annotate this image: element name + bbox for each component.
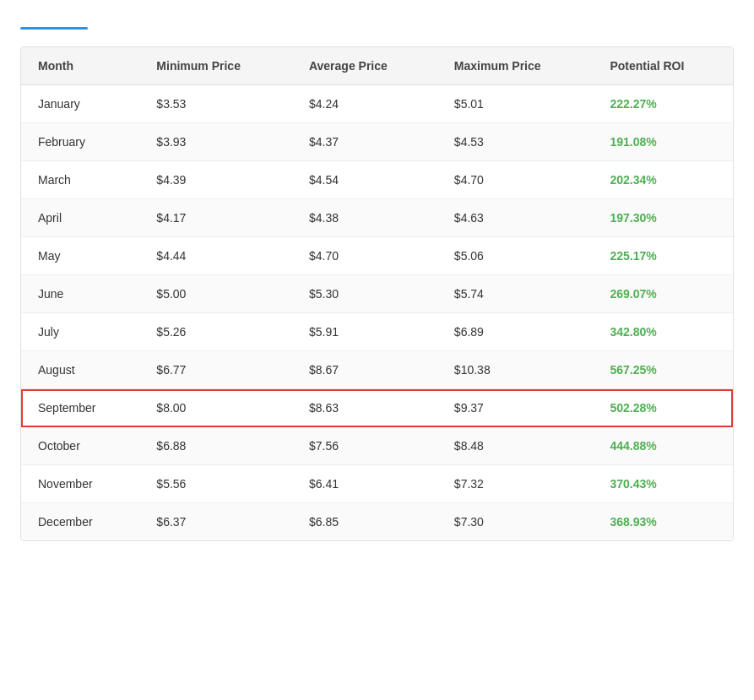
table-row: March$4.39$4.54$4.70202.34% — [21, 161, 733, 199]
min-price-cell: $4.39 — [139, 161, 292, 199]
avg-price-cell: $8.63 — [292, 389, 437, 427]
roi-cell: 269.07% — [593, 275, 733, 313]
price-prediction-table: MonthMinimum PriceAverage PriceMaximum P… — [21, 47, 733, 540]
table-row: January$3.53$4.24$5.01222.27% — [21, 85, 733, 123]
col-header-min_price: Minimum Price — [139, 47, 292, 85]
col-header-month: Month — [21, 47, 139, 85]
month-cell: November — [21, 465, 139, 503]
table-row: May$4.44$4.70$5.06225.17% — [21, 237, 733, 275]
max-price-cell: $9.37 — [437, 389, 594, 427]
max-price-cell: $5.74 — [437, 275, 594, 313]
table-row: April$4.17$4.38$4.63197.30% — [21, 199, 733, 237]
avg-price-cell: $6.85 — [292, 503, 437, 541]
col-header-max_price: Maximum Price — [437, 47, 594, 85]
avg-price-cell: $5.30 — [292, 275, 437, 313]
max-price-cell: $8.48 — [437, 427, 594, 465]
avg-price-cell: $4.54 — [292, 161, 437, 199]
avg-price-cell: $4.24 — [292, 85, 437, 123]
min-price-cell: $4.17 — [139, 199, 292, 237]
max-price-cell: $7.32 — [437, 465, 594, 503]
max-price-cell: $10.38 — [437, 351, 594, 389]
min-price-cell: $3.93 — [139, 123, 292, 161]
table-body: January$3.53$4.24$5.01222.27%February$3.… — [21, 85, 733, 541]
col-header-avg_price: Average Price — [292, 47, 437, 85]
table-row: October$6.88$7.56$8.48444.88% — [21, 427, 733, 465]
min-price-cell: $6.88 — [139, 427, 292, 465]
table-row: August$6.77$8.67$10.38567.25% — [21, 351, 733, 389]
table-row: November$5.56$6.41$7.32370.43% — [21, 465, 733, 503]
min-price-cell: $4.44 — [139, 237, 292, 275]
avg-price-cell: $7.56 — [292, 427, 437, 465]
col-header-roi: Potential ROI — [593, 47, 733, 85]
month-cell: December — [21, 503, 139, 541]
table-row: December$6.37$6.85$7.30368.93% — [21, 503, 733, 541]
avg-price-cell: $8.67 — [292, 351, 437, 389]
month-cell: August — [21, 351, 139, 389]
title-underline — [20, 27, 88, 30]
roi-cell: 502.28% — [593, 389, 733, 427]
table-row: February$3.93$4.37$4.53191.08% — [21, 123, 733, 161]
min-price-cell: $6.37 — [139, 503, 292, 541]
roi-cell: 342.80% — [593, 313, 733, 351]
avg-price-cell: $4.37 — [292, 123, 437, 161]
avg-price-cell: $5.91 — [292, 313, 437, 351]
roi-cell: 191.08% — [593, 123, 733, 161]
max-price-cell: $6.89 — [437, 313, 594, 351]
month-cell: May — [21, 237, 139, 275]
price-table-wrapper: MonthMinimum PriceAverage PriceMaximum P… — [20, 46, 734, 541]
max-price-cell: $5.06 — [437, 237, 594, 275]
min-price-cell: $6.77 — [139, 351, 292, 389]
table-row: September$8.00$8.63$9.37502.28% — [21, 389, 733, 427]
table-row: July$5.26$5.91$6.89342.80% — [21, 313, 733, 351]
roi-cell: 202.34% — [593, 161, 733, 199]
roi-cell: 444.88% — [593, 427, 733, 465]
roi-cell: 222.27% — [593, 85, 733, 123]
avg-price-cell: $6.41 — [292, 465, 437, 503]
max-price-cell: $5.01 — [437, 85, 594, 123]
min-price-cell: $3.53 — [139, 85, 292, 123]
max-price-cell: $7.30 — [437, 503, 594, 541]
month-cell: March — [21, 161, 139, 199]
roi-cell: 370.43% — [593, 465, 733, 503]
roi-cell: 225.17% — [593, 237, 733, 275]
min-price-cell: $5.26 — [139, 313, 292, 351]
max-price-cell: $4.63 — [437, 199, 594, 237]
roi-cell: 368.93% — [593, 503, 733, 541]
min-price-cell: $5.00 — [139, 275, 292, 313]
month-cell: September — [21, 389, 139, 427]
avg-price-cell: $4.70 — [292, 237, 437, 275]
table-header-row: MonthMinimum PriceAverage PriceMaximum P… — [21, 47, 733, 85]
month-cell: July — [21, 313, 139, 351]
roi-cell: 567.25% — [593, 351, 733, 389]
min-price-cell: $5.56 — [139, 465, 292, 503]
month-cell: April — [21, 199, 139, 237]
month-cell: February — [21, 123, 139, 161]
max-price-cell: $4.70 — [437, 161, 594, 199]
max-price-cell: $4.53 — [437, 123, 594, 161]
min-price-cell: $8.00 — [139, 389, 292, 427]
table-row: June$5.00$5.30$5.74269.07% — [21, 275, 733, 313]
month-cell: June — [21, 275, 139, 313]
month-cell: October — [21, 427, 139, 465]
roi-cell: 197.30% — [593, 199, 733, 237]
avg-price-cell: $4.38 — [292, 199, 437, 237]
month-cell: January — [21, 85, 139, 123]
